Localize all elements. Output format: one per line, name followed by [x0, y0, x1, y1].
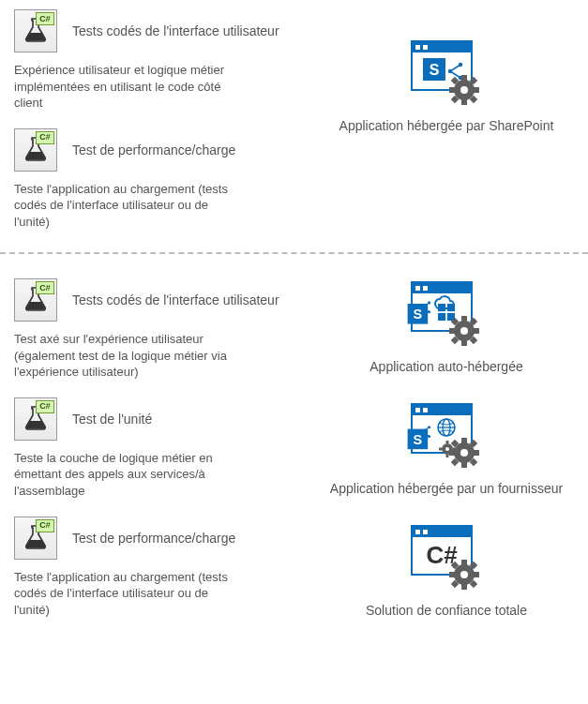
test-title: Test de performance/charge: [72, 142, 235, 157]
test-block: C# Test de l'unité Teste la couche de lo…: [14, 397, 305, 500]
autohosted-icon: [404, 278, 489, 352]
test-description: Expérience utilisateur et logique métier…: [14, 62, 230, 112]
apps-column-bottom: Application auto-hébergée Application hé…: [305, 278, 588, 644]
csharp-badge-icon: C#: [36, 12, 54, 25]
app-item-provider-hosted: Application hébergée par un fournisseur: [330, 400, 563, 496]
section-top: C# Tests codés de l'interface utilisateu…: [0, 9, 588, 247]
test-block: C# Tests codés de l'interface utilisateu…: [14, 278, 305, 381]
test-title: Tests codés de l'interface utilisateur: [72, 292, 279, 307]
apps-column-top: Application hébergée par SharePoint: [305, 9, 588, 247]
app-label: Application auto-hébergée: [369, 359, 522, 374]
test-description: Teste l'application au chargement (tests…: [14, 569, 230, 619]
app-item-sharepoint-hosted: Application hébergée par SharePoint: [339, 37, 554, 133]
coded-ui-test-icon: C#: [14, 128, 57, 172]
test-description: Teste la couche de logique métier en éme…: [14, 450, 230, 500]
section-bottom: C# Tests codés de l'interface utilisateu…: [0, 278, 588, 644]
coded-ui-test-icon: C#: [14, 397, 57, 441]
test-block: C# Test de performance/charge Teste l'ap…: [14, 517, 305, 619]
coded-ui-test-icon: C#: [14, 517, 57, 560]
app-item-autohosted: Application auto-hébergée: [369, 278, 522, 374]
app-item-full-trust: C# Solution de confiance totale: [366, 522, 527, 618]
tests-column-top: C# Tests codés de l'interface utilisateu…: [0, 9, 305, 247]
app-label: Solution de confiance totale: [366, 603, 527, 618]
test-title: Test de l'unité: [72, 412, 152, 427]
test-description: Teste l'application au chargement (tests…: [14, 181, 230, 231]
full-trust-icon: C#: [404, 522, 489, 595]
test-description: Test axé sur l'expérience utilisateur (é…: [14, 331, 230, 381]
csharp-badge-icon: C#: [36, 400, 54, 413]
csharp-badge-icon: C#: [36, 281, 54, 294]
provider-hosted-icon: [404, 400, 489, 473]
test-title: Test de performance/charge: [72, 531, 235, 546]
section-divider: [0, 252, 588, 254]
app-label: Application hébergée par SharePoint: [339, 118, 554, 133]
tests-column-bottom: C# Tests codés de l'interface utilisateu…: [0, 278, 305, 644]
sharepoint-hosted-icon: [404, 37, 489, 111]
app-label: Application hébergée par un fournisseur: [330, 481, 563, 496]
coded-ui-test-icon: C#: [14, 278, 57, 322]
test-block: C# Tests codés de l'interface utilisateu…: [14, 9, 305, 112]
csharp-badge-icon: C#: [36, 131, 54, 144]
test-block: C# Test de performance/charge Teste l'ap…: [14, 128, 305, 231]
coded-ui-test-icon: C#: [14, 9, 57, 52]
test-title: Tests codés de l'interface utilisateur: [72, 23, 279, 38]
csharp-badge-icon: C#: [36, 519, 54, 532]
